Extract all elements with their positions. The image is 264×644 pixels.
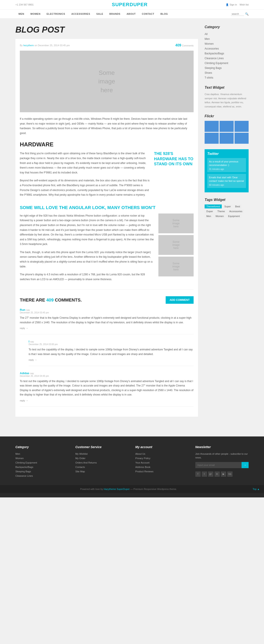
side-image-1-text: Someimagehere bbox=[172, 219, 180, 228]
nav-item-brands[interactable]: BRANDS bbox=[106, 10, 124, 18]
back-to-top-link[interactable]: Top ▲ bbox=[252, 488, 260, 490]
footer-your-account[interactable]: Your Account bbox=[135, 461, 189, 464]
site-logo[interactable]: SUPERDUPER bbox=[112, 2, 148, 8]
flickr-item-5[interactable] bbox=[220, 133, 234, 144]
flickr-item-3[interactable] bbox=[234, 121, 248, 132]
footer-order[interactable]: My Order bbox=[76, 456, 129, 460]
text-widget-title: Text Widget bbox=[204, 86, 248, 90]
search-button[interactable]: 🔍 bbox=[245, 12, 248, 16]
tag-theme[interactable]: Theme bbox=[216, 209, 226, 213]
tag-women[interactable]: Women bbox=[214, 214, 226, 218]
comment-number: 409 bbox=[175, 43, 181, 47]
cat-sleeping[interactable]: Sleeping Bags bbox=[204, 66, 248, 70]
tag-accessories[interactable]: Accessories bbox=[228, 209, 244, 213]
footer-bottom: Powered with love by Hazytheme SuperDupe… bbox=[0, 485, 264, 493]
footer-returns[interactable]: Orders And Returns bbox=[76, 461, 129, 464]
footer-cat-climbing[interactable]: Climbing Equipment bbox=[16, 461, 69, 464]
cat-all[interactable]: All bbox=[204, 32, 248, 36]
flickr-item-4[interactable] bbox=[204, 133, 219, 144]
tag-duper[interactable]: Duper bbox=[204, 209, 215, 213]
cat-climbing[interactable]: Climbing Equipment bbox=[204, 61, 248, 66]
search-input[interactable] bbox=[231, 12, 244, 16]
social-facebook-icon[interactable]: f bbox=[195, 472, 201, 477]
nav-item-women[interactable]: WOMEN bbox=[27, 10, 44, 18]
footer-cat-men[interactable]: Men bbox=[16, 452, 69, 456]
newsletter-email-input[interactable] bbox=[195, 462, 242, 468]
newsletter-submit-button[interactable]: → bbox=[242, 462, 248, 468]
nav-item-blog[interactable]: BLOG bbox=[157, 10, 171, 18]
cat-accessories[interactable]: Accessories bbox=[204, 46, 248, 51]
footer-contacts[interactable]: Contacts bbox=[76, 465, 129, 468]
cat-backpacks[interactable]: Backpacks/Bags bbox=[204, 51, 248, 56]
footer-cat-women[interactable]: Women bbox=[16, 456, 69, 460]
social-twitter-icon[interactable]: t bbox=[202, 472, 207, 477]
comment-3-reply[interactable]: reply → bbox=[20, 399, 28, 402]
top-links: 👤 Sign in Wish list bbox=[226, 3, 248, 6]
main-nav: MEN WOMEN ELECTRONICS ACCESSORIES SALE B… bbox=[0, 10, 264, 18]
side-image-2: Someimagehere bbox=[158, 235, 194, 255]
cat-men[interactable]: Men bbox=[204, 36, 248, 42]
cat-women[interactable]: Women bbox=[204, 42, 248, 46]
category-list: All Men Women Accessories Backpacks/Bags… bbox=[204, 32, 248, 80]
flickr-item-2[interactable] bbox=[220, 121, 234, 132]
comment-2-say: say bbox=[30, 340, 34, 343]
tag-themeforest[interactable]: Themeforest bbox=[204, 204, 222, 208]
footer-wishlist[interactable]: My Wishlist bbox=[76, 452, 129, 456]
cat-tshirts[interactable]: T-shirts bbox=[204, 75, 248, 80]
footer-about[interactable]: About Us bbox=[135, 452, 189, 456]
tag-best[interactable]: Best bbox=[234, 204, 242, 208]
nav-item-sale[interactable]: SALE bbox=[93, 10, 106, 18]
text-widget-content: Cras dapibus. Vivamus elementum semper n… bbox=[204, 92, 248, 109]
add-comment-button[interactable]: Add Comment bbox=[166, 296, 194, 304]
footer-privacy[interactable]: Privacy Policy bbox=[135, 456, 189, 460]
footer-bottom-text: Powered with love by Hazytheme SuperDupe… bbox=[4, 488, 260, 490]
footer-address-book[interactable]: Address Book bbox=[135, 465, 189, 468]
footer-customer-list: My Wishlist My Order Orders And Returns … bbox=[76, 452, 129, 473]
author-link[interactable]: hezythem bbox=[23, 44, 34, 47]
nav-item-electronics[interactable]: ELECTRONICS bbox=[44, 10, 68, 18]
tag-equipment[interactable]: Equipment bbox=[226, 214, 242, 218]
cat-shoes[interactable]: Shoes bbox=[204, 70, 248, 75]
angular-para2: The back, though, is what sets this phon… bbox=[20, 250, 154, 269]
phone-number: +1 234 567 8901 bbox=[16, 3, 34, 6]
footer-author-link[interactable]: Hazytheme bbox=[104, 488, 116, 490]
top-bar: +1 234 567 8901 SUPERDUPER 👤 Sign in Wis… bbox=[0, 0, 264, 10]
sidebar-category: Category All Men Women Accessories Backp… bbox=[204, 25, 248, 80]
signin-link[interactable]: 👤 Sign in bbox=[226, 3, 237, 6]
pull-quote: THE 928'S HARDWARE HAS TO STAND ON ITS O… bbox=[154, 151, 194, 200]
flickr-item-1[interactable] bbox=[204, 121, 219, 132]
angular-para3: The phone's display is 4.5 inches with a… bbox=[20, 272, 154, 282]
sidebar-flickr: Flickr bbox=[204, 114, 248, 144]
tag-super[interactable]: Super bbox=[223, 204, 232, 208]
social-linkedin-icon[interactable]: in bbox=[214, 472, 220, 477]
footer-cat-clearance[interactable]: Clearance Lines bbox=[16, 474, 69, 478]
intro-paragraph: If a mobile operating system can go thro… bbox=[20, 117, 194, 136]
social-icons: f t g+ in ▶ rss bbox=[195, 472, 249, 477]
comment-1-reply[interactable]: reply → bbox=[20, 327, 28, 330]
footer-product-reviews[interactable]: Product Reviews bbox=[135, 470, 189, 473]
tag-men[interactable]: Men bbox=[204, 214, 213, 218]
cat-clearance[interactable]: Clearance Lines bbox=[204, 56, 248, 61]
comments-prefix: THERE ARE bbox=[20, 298, 46, 302]
footer-category-title: Category bbox=[16, 445, 69, 449]
twitter-tweet-2: Emails that start with 'Dear contact' ma… bbox=[207, 174, 246, 188]
page-title: BLOG POST bbox=[16, 25, 198, 34]
footer-cat-sleeping[interactable]: Sleeping Bags bbox=[16, 470, 69, 473]
social-googleplus-icon[interactable]: g+ bbox=[208, 472, 214, 477]
nav-item-contact[interactable]: CONTACT bbox=[139, 10, 157, 18]
flickr-item-6[interactable] bbox=[234, 133, 248, 144]
comment-1-author: Run say bbox=[20, 308, 194, 312]
footer-cat-backpacks[interactable]: Backpacks/Bags bbox=[16, 465, 69, 468]
footer-sitemap[interactable]: Site Map bbox=[76, 470, 129, 473]
two-col-section: he right edge of the 928 has the classic… bbox=[20, 214, 194, 285]
comment-2-text: To test out the capability of the displa… bbox=[28, 347, 194, 356]
nav-item-accessories[interactable]: ACCESSORIES bbox=[68, 10, 93, 18]
social-youtube-icon[interactable]: ▶ bbox=[221, 472, 226, 477]
social-rss-icon[interactable]: rss bbox=[227, 472, 232, 477]
angular-text: he right edge of the 928 has the classic… bbox=[20, 214, 154, 285]
wishlist-link[interactable]: Wish list bbox=[240, 3, 248, 6]
comment-2-reply[interactable]: reply → bbox=[28, 358, 37, 361]
nav-item-men[interactable]: MEN bbox=[16, 10, 27, 18]
nav-item-about[interactable]: ABOUT bbox=[124, 10, 139, 18]
footer-site-link[interactable]: SuperDuper bbox=[116, 488, 130, 490]
